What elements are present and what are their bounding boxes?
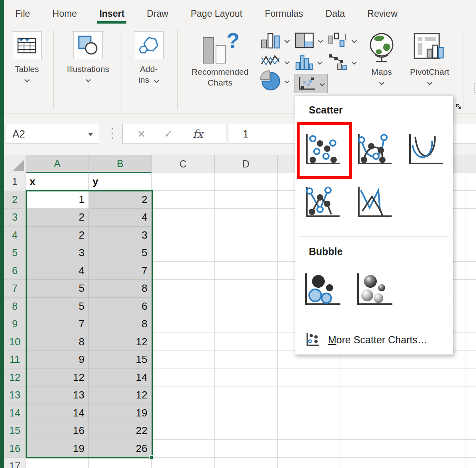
cell-B4[interactable]: 3 <box>89 227 152 245</box>
cell-B6[interactable]: 7 <box>89 262 152 280</box>
row-header-14[interactable]: 14 <box>4 404 26 422</box>
select-all-corner[interactable] <box>4 155 26 173</box>
more-scatter-charts-item[interactable]: More Scatter Charts… <box>305 329 428 351</box>
cell-A6[interactable]: 4 <box>26 262 89 280</box>
cell-B11[interactable]: 15 <box>89 351 152 369</box>
cell-A13[interactable]: 13 <box>26 386 89 404</box>
recommended-charts-button[interactable]: ? Recommended Charts <box>181 31 259 88</box>
row-header-6[interactable]: 6 <box>4 262 26 280</box>
tables-button[interactable]: Tables <box>3 31 50 82</box>
tab-draw[interactable]: Draw <box>147 8 168 19</box>
cell-B10[interactable]: 12 <box>89 333 152 351</box>
cell-B17[interactable] <box>89 458 152 468</box>
row-header-4[interactable]: 4 <box>4 227 26 245</box>
cell-B15[interactable]: 22 <box>89 422 152 440</box>
enter-icon[interactable]: ✓ <box>164 128 173 140</box>
cell-A11[interactable]: 9 <box>26 351 89 369</box>
column-header-B[interactable]: B <box>89 155 152 173</box>
cell-B9[interactable]: 8 <box>89 315 152 333</box>
bubble-3d-option[interactable] <box>354 269 395 311</box>
cell-B14[interactable]: 19 <box>89 404 152 422</box>
insert-statistic-chart-button[interactable] <box>294 54 322 70</box>
row-header-11[interactable]: 11 <box>4 351 26 369</box>
column-header-A[interactable]: A <box>26 155 89 173</box>
fill-handle[interactable] <box>149 455 153 459</box>
cell-B3[interactable]: 4 <box>89 209 152 227</box>
scatter-straight-option[interactable] <box>354 182 395 223</box>
column-header-D[interactable]: D <box>215 155 278 173</box>
scatter-option[interactable] <box>302 129 343 171</box>
cell-B5[interactable]: 5 <box>89 244 152 262</box>
chevron-down-icon[interactable] <box>318 38 323 43</box>
name-box-dropdown-icon[interactable] <box>88 133 93 136</box>
cell-A15[interactable]: 16 <box>26 422 89 440</box>
row-header-17[interactable]: 17 <box>4 458 26 468</box>
pivotchart-button[interactable]: PivotChart <box>403 31 456 85</box>
scatter-smooth-option[interactable] <box>405 129 446 171</box>
scatter-straight-markers-option[interactable] <box>302 182 343 223</box>
cell-A14[interactable]: 14 <box>26 404 89 422</box>
cell-B1[interactable]: y <box>89 173 152 191</box>
cancel-icon[interactable]: ✕ <box>137 128 146 140</box>
cell-A4[interactable]: 2 <box>26 227 89 245</box>
cell-A16[interactable]: 19 <box>26 440 89 458</box>
tab-formulas[interactable]: Formulas <box>265 8 303 19</box>
row-header-15[interactable]: 15 <box>4 422 26 440</box>
insert-function-icon[interactable]: fx <box>193 127 203 141</box>
row-header-1[interactable]: 1 <box>4 173 26 191</box>
cell-A10[interactable]: 8 <box>26 333 89 351</box>
charts-dialog-launcher-icon[interactable] <box>455 103 462 110</box>
cell-B7[interactable]: 8 <box>89 280 152 298</box>
illustrations-button[interactable]: Illustrations <box>59 31 117 82</box>
cell-A9[interactable]: 7 <box>26 315 89 333</box>
row-header-8[interactable]: 8 <box>4 298 26 316</box>
tab-home[interactable]: Home <box>52 8 77 19</box>
cell-A3[interactable]: 2 <box>26 209 89 227</box>
column-header-C[interactable]: C <box>152 155 214 173</box>
chevron-down-icon[interactable] <box>284 38 290 43</box>
row-header-2[interactable]: 2 <box>4 191 26 209</box>
tab-data[interactable]: Data <box>326 8 345 19</box>
insert-pie-chart-button[interactable] <box>260 70 290 91</box>
chevron-down-icon[interactable] <box>284 60 290 64</box>
insert-line-chart-button[interactable] <box>261 54 290 70</box>
row-header-3[interactable]: 3 <box>4 209 26 227</box>
bubble-option[interactable] <box>302 269 343 311</box>
name-box[interactable]: A2 <box>6 124 99 144</box>
cell-B12[interactable]: 14 <box>89 369 152 387</box>
cell-A12[interactable]: 12 <box>26 369 89 387</box>
cell-A17[interactable] <box>26 458 89 468</box>
maps-button[interactable]: Maps <box>361 31 402 85</box>
cell-A2[interactable]: 1 <box>26 191 89 209</box>
tab-file[interactable]: File <box>15 8 30 19</box>
insert-scatter-chart-button[interactable] <box>294 74 328 93</box>
chevron-down-icon[interactable] <box>320 82 325 86</box>
tab-page-layout[interactable]: Page Layout <box>191 8 242 19</box>
cell-B13[interactable]: 12 <box>89 386 152 404</box>
cell-A7[interactable]: 5 <box>26 280 89 298</box>
tab-review[interactable]: Review <box>367 8 397 19</box>
insert-column-chart-button[interactable] <box>261 32 290 49</box>
row-header-13[interactable]: 13 <box>4 386 26 404</box>
cell-B2[interactable]: 2 <box>89 191 152 209</box>
cell-B8[interactable]: 6 <box>89 298 152 316</box>
chevron-down-icon[interactable] <box>317 60 322 64</box>
insert-waterfall-chart-button[interactable] <box>328 32 357 49</box>
row-header-5[interactable]: 5 <box>4 244 26 262</box>
tab-insert[interactable]: Insert <box>99 8 124 19</box>
scatter-smooth-markers-option[interactable] <box>354 129 395 171</box>
chevron-down-icon[interactable] <box>352 60 357 64</box>
row-header-16[interactable]: 16 <box>4 440 26 458</box>
addins-button[interactable]: Add- ins <box>125 31 173 85</box>
cell-A5[interactable]: 3 <box>26 244 89 262</box>
row-header-10[interactable]: 10 <box>4 333 26 351</box>
insert-combo-chart-button[interactable] <box>328 54 357 70</box>
chevron-down-icon[interactable] <box>352 38 357 43</box>
insert-hierarchy-chart-button[interactable] <box>294 32 323 49</box>
cell-B16[interactable]: 26 <box>89 440 152 458</box>
row-header-12[interactable]: 12 <box>4 369 26 387</box>
cell-A8[interactable]: 5 <box>26 298 89 316</box>
row-header-9[interactable]: 9 <box>4 315 26 333</box>
chevron-down-icon[interactable] <box>284 79 290 83</box>
row-header-7[interactable]: 7 <box>4 280 26 298</box>
